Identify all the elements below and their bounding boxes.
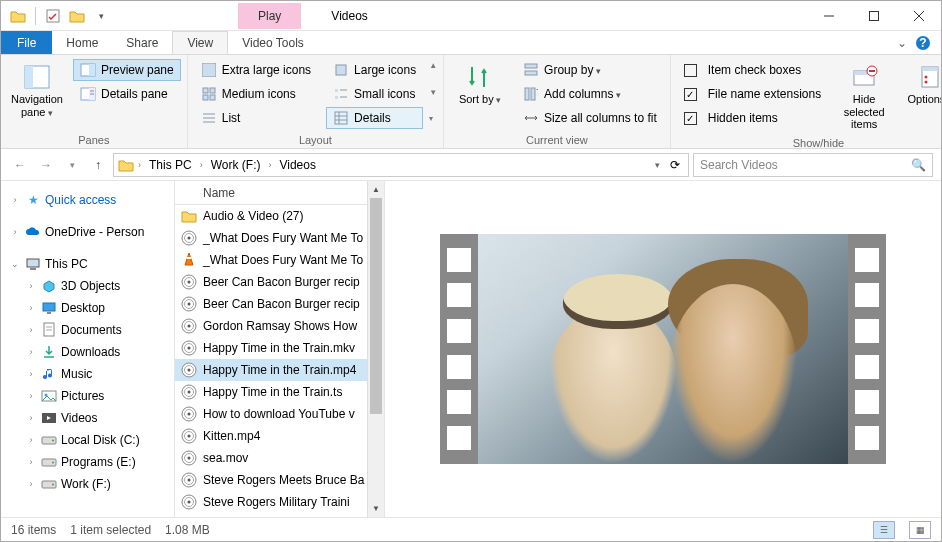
properties-icon[interactable] <box>42 5 64 27</box>
details-view-toggle[interactable]: ☰ <box>873 521 895 539</box>
recent-locations-dropdown[interactable]: ▾ <box>61 154 83 176</box>
breadcrumb-bar[interactable]: › This PC › Work (F:) › Videos ▾ ⟳ <box>113 153 689 177</box>
file-row[interactable]: Gordon Ramsay Shows How <box>175 315 384 337</box>
list-button[interactable]: List <box>194 107 318 129</box>
file-row[interactable]: Audio & Video (27) <box>175 205 384 227</box>
file-name: Beer Can Bacon Burger recip <box>203 297 360 311</box>
minimize-button[interactable] <box>806 1 851 31</box>
search-box[interactable]: Search Videos 🔍 <box>693 153 933 177</box>
svg-rect-44 <box>30 268 36 270</box>
file-list: Name Audio & Video (27)_What Does Fury W… <box>175 181 385 517</box>
nav-item[interactable]: ›3D Objects <box>1 275 174 297</box>
nav-quick-access[interactable]: ›★Quick access <box>1 189 174 211</box>
layout-more-icon[interactable]: ▾ <box>429 114 437 123</box>
tab-video-tools[interactable]: Video Tools <box>228 31 318 54</box>
svg-point-80 <box>188 391 191 394</box>
ribbon-expand-icon[interactable]: ⌄ <box>897 36 907 50</box>
nav-item[interactable]: ›Local Disk (C:) <box>1 429 174 451</box>
extra-large-icons-button[interactable]: Extra large icons <box>194 59 318 81</box>
nav-item[interactable]: ›Videos <box>1 407 174 429</box>
layout-scroll-up-icon[interactable]: ▲ <box>429 61 437 70</box>
layout-scroll-down-icon[interactable]: ▼ <box>429 88 437 97</box>
file-row[interactable]: _What Does Fury Want Me To <box>175 249 384 271</box>
add-columns-button[interactable]: +Add columns <box>516 83 664 105</box>
close-button[interactable] <box>896 1 941 31</box>
maximize-button[interactable] <box>851 1 896 31</box>
scroll-up-icon[interactable]: ▲ <box>368 181 384 198</box>
column-header-name[interactable]: Name <box>175 181 384 205</box>
chevron-right-icon[interactable]: › <box>136 160 143 170</box>
qat-customize-dropdown[interactable] <box>90 5 112 27</box>
nav-onedrive[interactable]: ›OneDrive - Person <box>1 221 174 243</box>
item-checkboxes-toggle[interactable]: Item check boxes <box>677 59 828 81</box>
file-row[interactable]: Happy Time in the Train.ts <box>175 381 384 403</box>
breadcrumb-videos[interactable]: Videos <box>275 156 319 174</box>
file-row[interactable]: Steve Rogers Military Traini <box>175 491 384 513</box>
details-view-button[interactable]: Details <box>326 107 423 129</box>
svg-rect-62 <box>187 257 191 259</box>
file-row[interactable]: Happy Time in the Train.mp4 <box>175 359 384 381</box>
nav-item[interactable]: ›Music <box>1 363 174 385</box>
nav-item[interactable]: ›Desktop <box>1 297 174 319</box>
new-folder-icon[interactable] <box>66 5 88 27</box>
medium-icons-button[interactable]: Medium icons <box>194 83 318 105</box>
small-icons-button[interactable]: Small icons <box>326 83 423 105</box>
file-extensions-toggle[interactable]: File name extensions <box>677 83 828 105</box>
svg-rect-15 <box>203 88 208 93</box>
svg-point-42 <box>925 81 928 84</box>
group-by-button[interactable]: Group by <box>516 59 664 81</box>
tab-file[interactable]: File <box>1 31 52 54</box>
nav-item-icon <box>41 300 57 316</box>
hide-selected-button[interactable]: Hide selected items <box>834 59 894 135</box>
tab-view[interactable]: View <box>172 31 228 54</box>
file-row[interactable]: Beer Can Bacon Burger recip <box>175 271 384 293</box>
preview-pane-button[interactable]: Preview pane <box>73 59 181 81</box>
video-preview-thumbnail <box>440 234 886 464</box>
help-icon[interactable]: ? <box>915 35 931 51</box>
refresh-icon[interactable]: ⟳ <box>666 158 684 172</box>
context-tab-play[interactable]: Play <box>238 3 301 29</box>
window-title: Videos <box>331 9 806 23</box>
scroll-down-icon[interactable]: ▼ <box>368 500 384 517</box>
file-row[interactable]: Steve Rogers Meets Bruce Ba <box>175 469 384 491</box>
nav-this-pc[interactable]: ⌄This PC <box>1 253 174 275</box>
nav-item[interactable]: ›Programs (E:) <box>1 451 174 473</box>
tab-share[interactable]: Share <box>112 31 172 54</box>
file-row[interactable]: _What Does Fury Want Me To <box>175 227 384 249</box>
options-button[interactable]: Options <box>900 59 942 110</box>
chevron-right-icon[interactable]: › <box>266 160 273 170</box>
nav-item[interactable]: ›Pictures <box>1 385 174 407</box>
nav-item-label: Documents <box>61 323 122 337</box>
up-button[interactable]: ↑ <box>87 154 109 176</box>
file-row[interactable]: Happy Time in the Train.mkv <box>175 337 384 359</box>
file-row[interactable]: How to download YouTube v <box>175 403 384 425</box>
preview-pane <box>385 181 941 517</box>
quick-access-toolbar <box>1 5 118 27</box>
back-button[interactable]: ← <box>9 154 31 176</box>
forward-button[interactable]: → <box>35 154 57 176</box>
file-type-icon <box>181 274 197 290</box>
chevron-right-icon[interactable]: › <box>198 160 205 170</box>
nav-item[interactable]: ›Work (F:) <box>1 473 174 495</box>
tab-home[interactable]: Home <box>52 31 112 54</box>
navigation-tree[interactable]: ›★Quick access ›OneDrive - Person ⌄This … <box>1 181 175 517</box>
star-icon: ★ <box>25 192 41 208</box>
address-dropdown-icon[interactable]: ▾ <box>651 160 664 170</box>
file-row[interactable]: sea.mov <box>175 447 384 469</box>
breadcrumb-work[interactable]: Work (F:) <box>207 156 265 174</box>
vertical-scrollbar[interactable]: ▲ ▼ <box>367 181 384 517</box>
nav-item[interactable]: ›Downloads <box>1 341 174 363</box>
large-icons-button[interactable]: Large icons <box>326 59 423 81</box>
hidden-items-toggle[interactable]: Hidden items <box>677 107 828 129</box>
nav-item[interactable]: ›Documents <box>1 319 174 341</box>
file-name: Happy Time in the Train.mkv <box>203 341 355 355</box>
file-row[interactable]: Kitten.mp4 <box>175 425 384 447</box>
details-pane-button[interactable]: Details pane <box>73 83 181 105</box>
breadcrumb-this-pc[interactable]: This PC <box>145 156 196 174</box>
thumbnails-view-toggle[interactable]: ▦ <box>909 521 931 539</box>
navigation-pane-button[interactable]: Navigation pane <box>7 59 67 122</box>
scrollbar-thumb[interactable] <box>370 198 382 414</box>
size-columns-button[interactable]: Size all columns to fit <box>516 107 664 129</box>
sort-by-button[interactable]: Sort by <box>450 59 510 110</box>
file-row[interactable]: Beer Can Bacon Burger recip <box>175 293 384 315</box>
